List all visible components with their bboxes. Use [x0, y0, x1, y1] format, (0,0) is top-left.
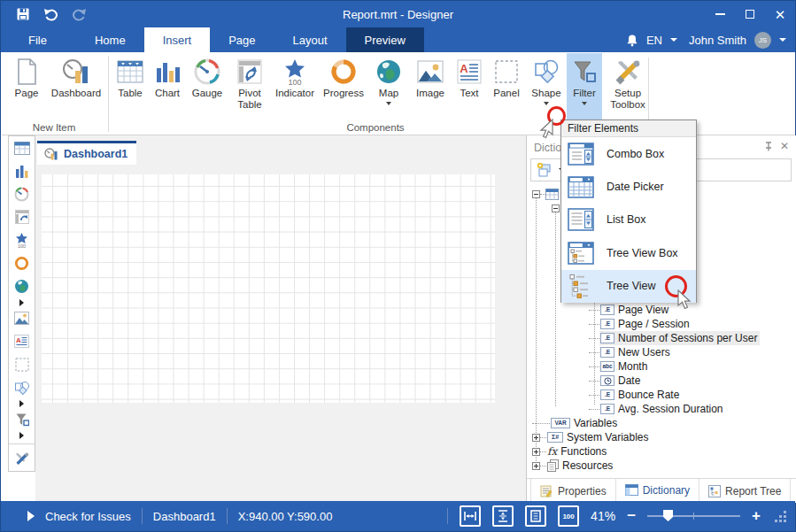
new-item-icon[interactable] [536, 162, 553, 178]
insert-filter-button[interactable]: Filter [567, 53, 602, 120]
zoom-slider-tick [693, 513, 694, 520]
tree-item-field[interactable]: .EPage / Session [589, 317, 692, 331]
insert-panel-button[interactable]: Panel [487, 53, 526, 120]
zoom-slider-thumb[interactable] [663, 510, 673, 521]
tree-item-resources[interactable]: Resources [532, 459, 615, 473]
sidebar-filter-button[interactable] [9, 408, 35, 431]
shape-dropdown-arrow-icon[interactable] [544, 102, 549, 105]
check-for-issues-button[interactable]: Check for Issues [45, 510, 131, 523]
sidebar-flyout-arrow-icon[interactable] [19, 400, 24, 407]
toolbox-sidebar: 100 A [8, 135, 35, 472]
tree-item-functions[interactable]: fxFunctions [532, 444, 609, 459]
tab-file[interactable]: File [10, 27, 66, 52]
tree-connector [589, 395, 599, 396]
collapse-expander-icon[interactable] [552, 204, 560, 212]
save-icon[interactable] [16, 7, 30, 21]
sidebar-shape-button[interactable] [9, 376, 35, 399]
tab-properties[interactable]: Properties [530, 479, 616, 503]
tree-item-field[interactable]: .EPage View [589, 303, 671, 317]
tree-item-field[interactable]: abcMonth [589, 359, 650, 374]
undo-icon[interactable] [43, 7, 58, 21]
sidebar-flyout-arrow-icon[interactable] [19, 299, 24, 306]
tab-preview[interactable]: Preview [346, 27, 424, 52]
tree-item-field[interactable]: .EBounce Rate [589, 388, 682, 402]
maximize-button[interactable] [735, 1, 765, 27]
zoom-page-height-button[interactable] [492, 505, 514, 527]
zoom-out-button[interactable]: − [627, 507, 636, 525]
status-page-name[interactable]: Dashboard1 [153, 510, 216, 523]
language-caret-icon[interactable] [670, 38, 677, 42]
setup-toolbox-button[interactable]: Setup Toolbox [602, 53, 653, 120]
sidebar-pivot-table-button[interactable] [9, 205, 35, 228]
pin-icon[interactable] [764, 142, 773, 151]
number-field-icon: .E [600, 389, 614, 400]
tree-item-field[interactable]: .EAvg. Session Duration [589, 402, 726, 416]
insert-progress-button[interactable]: Progress [319, 53, 368, 120]
insert-map-button[interactable]: Map [368, 53, 409, 120]
zoom-page-width-button[interactable] [460, 505, 481, 527]
sidebar-text-button[interactable]: A [9, 330, 35, 353]
redo-icon[interactable] [72, 7, 87, 21]
menu-item-label: List Box [607, 213, 645, 226]
tree-item-table[interactable] [552, 201, 560, 215]
check-issues-play-icon[interactable] [27, 511, 35, 521]
expand-expander-icon[interactable] [532, 462, 540, 470]
zoom-100-button[interactable]: 100 [558, 505, 579, 527]
sidebar-indicator-button[interactable]: 100 [9, 228, 35, 251]
insert-text-button[interactable]: A Text [452, 53, 487, 120]
menu-item-tree-view-box[interactable]: Tree View Box [561, 236, 696, 269]
collapse-expander-icon[interactable] [532, 190, 540, 198]
sidebar-flyout-arrow-icon[interactable] [19, 432, 24, 439]
insert-indicator-button[interactable]: 100 Indicator [271, 53, 319, 120]
insert-gauge-button[interactable]: Gauge [186, 53, 228, 120]
insert-table-button[interactable]: Table [112, 53, 149, 120]
sidebar-panel-button[interactable] [9, 353, 35, 376]
tab-home[interactable]: Home [76, 27, 144, 52]
number-field-icon: .E [600, 305, 614, 315]
insert-pivot-table-button[interactable]: Pivot Table [228, 53, 271, 120]
panel-close-icon[interactable]: ✕ [780, 140, 789, 152]
zoom-in-button[interactable]: + [752, 507, 761, 525]
map-dropdown-arrow-icon[interactable] [386, 102, 391, 105]
minimize-button[interactable] [705, 1, 735, 27]
tab-layout[interactable]: Layout [274, 27, 346, 52]
tree-item-variables[interactable]: VARVariables [532, 416, 620, 430]
tab-insert[interactable]: Insert [144, 27, 211, 52]
filter-dropdown-arrow-icon[interactable] [582, 102, 587, 105]
insert-chart-button[interactable]: Chart [149, 53, 186, 120]
insert-image-button[interactable]: Image [409, 53, 452, 120]
tree-item-field[interactable]: Date [589, 374, 643, 388]
sidebar-chart-button[interactable] [9, 159, 35, 182]
expand-expander-icon[interactable] [532, 434, 540, 442]
menu-item-list-box[interactable]: List Box [561, 204, 696, 236]
tab-report-tree[interactable]: Report Tree [699, 479, 791, 503]
user-menu-caret-icon[interactable] [779, 38, 786, 42]
language-selector[interactable]: EN [646, 34, 662, 47]
tree-item-system-variables[interactable]: Σ#System Variables [532, 430, 651, 444]
resize-grip[interactable] [774, 510, 786, 522]
notifications-bell-icon[interactable] [626, 34, 638, 47]
menu-item-date-picker[interactable]: Date Picker [561, 170, 696, 203]
tab-page[interactable]: Page [210, 27, 274, 52]
tree-item-field-selected[interactable]: .ENumber of Sessions per User [589, 331, 760, 345]
tree-item-field[interactable]: .ENew Users [589, 345, 673, 359]
sidebar-image-button[interactable] [9, 307, 35, 330]
menu-item-combo-box[interactable]: Combo Box [561, 137, 696, 170]
new-dashboard-button[interactable]: Dashboard [47, 53, 105, 120]
dashboard-page-grid[interactable] [42, 174, 495, 403]
zoom-slider[interactable] [647, 515, 740, 517]
zoom-whole-page-button[interactable] [525, 505, 546, 527]
sidebar-setup-toolbox-button[interactable] [9, 448, 35, 471]
tab-dictionary[interactable]: Dictionary [616, 479, 699, 503]
tree-item-datasource[interactable] [532, 187, 559, 201]
new-page-button[interactable]: Page [6, 53, 47, 120]
close-button[interactable]: ✕ [765, 1, 795, 27]
user-avatar[interactable]: JS [754, 32, 771, 49]
sidebar-progress-button[interactable] [9, 251, 35, 274]
expand-expander-icon[interactable] [532, 448, 540, 456]
sidebar-map-button[interactable] [9, 274, 35, 297]
sidebar-table-button[interactable] [9, 136, 35, 159]
dashboard-tab[interactable]: Dashboard1 [37, 141, 136, 165]
sidebar-gauge-button[interactable] [9, 182, 35, 205]
user-name[interactable]: John Smith [689, 34, 746, 47]
